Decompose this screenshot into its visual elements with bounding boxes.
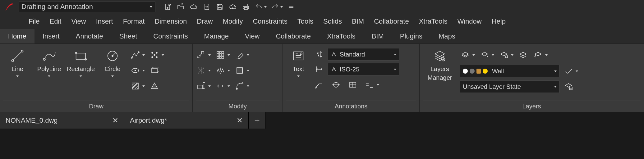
cloud-save-button[interactable] — [228, 2, 237, 11]
layer-state-combo[interactable]: Unsaved Layer State — [460, 80, 559, 93]
qat-customize-button[interactable] — [287, 2, 296, 11]
text-button[interactable]: Text — [286, 46, 311, 77]
menu-collaborate[interactable]: Collaborate — [373, 16, 410, 27]
print-button[interactable] — [241, 2, 251, 11]
layer-apply-button[interactable] — [563, 64, 578, 78]
menu-bim[interactable]: BIM — [351, 16, 365, 27]
dim-style-combo[interactable]: ISO-25 — [328, 63, 399, 75]
menu-insert[interactable]: Insert — [95, 16, 114, 27]
text-label: Text — [293, 66, 304, 72]
layer-lock-button[interactable] — [499, 48, 513, 62]
ribbon-tab-collaborate[interactable]: Collaborate — [268, 29, 319, 43]
ribbon-tab-sheet[interactable]: Sheet — [111, 29, 145, 43]
menu-xtratools[interactable]: XtraTools — [418, 16, 448, 27]
layer-match-button[interactable] — [518, 48, 528, 62]
layer-isolate-button[interactable] — [460, 48, 475, 62]
ribbon-tab-maps[interactable]: Maps — [430, 29, 463, 43]
ribbon-tab-annotate[interactable]: Annotate — [68, 29, 111, 43]
menu-edit[interactable]: Edit — [49, 16, 62, 27]
ribbon-tab-home[interactable]: Home — [0, 29, 34, 43]
region-button[interactable] — [149, 64, 164, 77]
close-icon[interactable]: ✕ — [112, 116, 118, 125]
export-button[interactable] — [202, 2, 211, 11]
erase-button[interactable] — [234, 48, 249, 62]
redo-split-button[interactable] — [270, 2, 283, 11]
line-button[interactable]: Line — [3, 46, 32, 77]
document-tab[interactable]: NONAME_0.dwg ✕ — [0, 112, 124, 129]
move-icon — [196, 50, 206, 60]
new-document-button[interactable] — [163, 2, 172, 11]
undo-split-button[interactable] — [254, 2, 267, 11]
layer-states-manager-button[interactable] — [563, 81, 574, 92]
menu-solids[interactable]: Solids — [323, 16, 343, 27]
multileader-icon — [364, 80, 375, 90]
new-tab-button[interactable]: ＋ — [249, 112, 265, 129]
app-logo[interactable] — [2, 1, 17, 13]
leader-button[interactable] — [314, 80, 324, 90]
menu-modify[interactable]: Modify — [222, 16, 244, 27]
svg-rect-52 — [505, 56, 508, 58]
circle-button[interactable]: Circle — [98, 46, 127, 77]
ribbon-tab-constraints[interactable]: Constraints — [145, 29, 196, 43]
ellipse-button[interactable] — [130, 64, 145, 77]
menu-format[interactable]: Format — [122, 16, 145, 27]
svg-rect-25 — [219, 52, 221, 53]
offset-button[interactable] — [196, 79, 211, 93]
menu-dimension[interactable]: Dimension — [154, 16, 187, 27]
menu-tools[interactable]: Tools — [297, 16, 314, 27]
chevron-down-icon — [142, 54, 145, 56]
mirror-button[interactable] — [215, 64, 230, 77]
text-style-combo[interactable]: Standard — [328, 48, 399, 61]
chevron-down-icon — [472, 54, 475, 56]
table-button[interactable] — [347, 80, 358, 90]
text-style-value: Standard — [340, 51, 391, 58]
multileader-style-button[interactable] — [364, 78, 379, 92]
ribbon-tab-plugins[interactable]: Plugins — [392, 29, 430, 43]
chevron-down-icon — [545, 54, 548, 56]
polyline3d-icon — [130, 50, 140, 60]
move-button[interactable] — [196, 48, 211, 62]
ribbon-tab-view[interactable]: View — [237, 29, 268, 43]
pattern-icon — [215, 50, 226, 60]
fillet-button[interactable] — [234, 64, 249, 77]
chevron-down-icon — [247, 54, 249, 56]
ribbon-tab-insert[interactable]: Insert — [34, 29, 68, 43]
polyline-button[interactable]: PolyLine — [35, 46, 63, 77]
point-button[interactable] — [149, 48, 164, 62]
layer-previous-button[interactable] — [533, 48, 548, 62]
mirror-icon — [215, 65, 226, 76]
ribbon-tab-xtratools[interactable]: XtraTools — [319, 29, 364, 43]
center-mark-button[interactable] — [331, 80, 341, 90]
polyline3d-button[interactable] — [130, 48, 145, 62]
hatch-button[interactable] — [130, 79, 145, 93]
polyline-icon — [41, 48, 57, 64]
menu-constraints[interactable]: Constraints — [252, 16, 288, 27]
text-height-icon[interactable] — [314, 49, 324, 60]
text-icon — [291, 48, 306, 64]
dimension-icon[interactable] — [314, 64, 324, 75]
redo-icon — [270, 2, 280, 11]
pattern-button[interactable] — [215, 48, 230, 62]
menu-file[interactable]: File — [28, 16, 40, 27]
chamfer-button[interactable] — [234, 79, 249, 93]
trim-button[interactable] — [196, 64, 211, 77]
menu-draw[interactable]: Draw — [196, 16, 213, 27]
open-document-button[interactable] — [176, 2, 185, 11]
menu-help[interactable]: Help — [491, 16, 506, 27]
cloud-open-button[interactable] — [189, 2, 198, 11]
ribbon-tab-manage[interactable]: Manage — [196, 29, 237, 43]
menu-view[interactable]: View — [71, 16, 86, 27]
rectangle-label: Rectangle — [67, 66, 95, 72]
save-button[interactable] — [215, 2, 224, 11]
polygon-button[interactable] — [149, 79, 164, 93]
menu-window[interactable]: Window — [457, 16, 482, 27]
close-icon[interactable]: ✕ — [237, 116, 243, 125]
workspace-selector[interactable]: Drafting and Annotation — [19, 2, 155, 12]
current-layer-combo[interactable]: Wall — [460, 65, 559, 77]
ribbon-tab-bim[interactable]: BIM — [364, 29, 392, 43]
rectangle-button[interactable]: Rectangle — [67, 46, 95, 77]
document-tab[interactable]: Airport.dwg* ✕ — [124, 112, 249, 129]
stretch-button[interactable] — [215, 79, 230, 93]
layer-new-button[interactable] — [479, 48, 494, 62]
layers-manager-button[interactable]: Layers Manager — [423, 46, 457, 81]
